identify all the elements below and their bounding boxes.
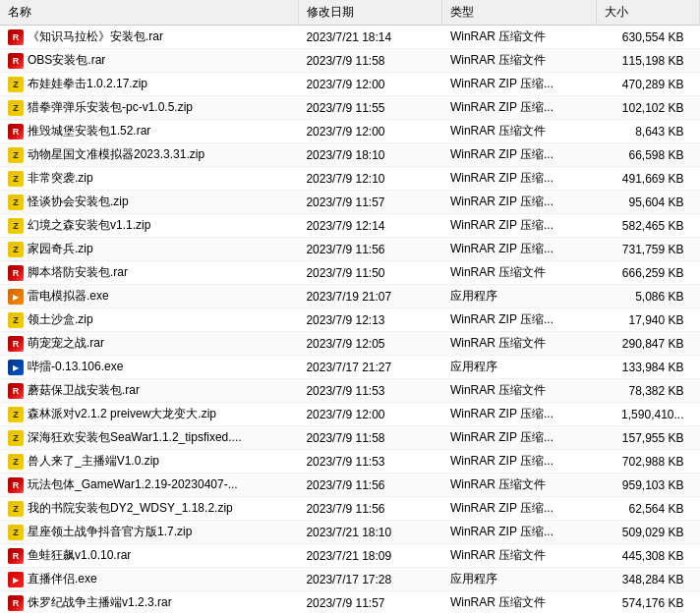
table-row[interactable]: 蘑菇保卫战安装包.rar2023/7/9 11:53WinRAR 压缩文件78,… — [0, 379, 700, 403]
table-row[interactable]: 森林派对v2.1.2 preivew大龙变大.zip2023/7/9 12:00… — [0, 403, 700, 426]
file-type-cell: WinRAR 压缩文件 — [442, 544, 597, 568]
file-name-text: 怪谈协会安装包.zip — [28, 194, 129, 210]
file-name-text: 雷电模拟器.exe — [28, 288, 109, 305]
file-name-text: 萌宠宠之战.rar — [28, 335, 104, 352]
file-type-cell: WinRAR 压缩文件 — [442, 474, 597, 497]
file-type-cell: WinRAR 压缩文件 — [442, 591, 597, 615]
file-name-text: 玩法包体_GameWar1.2.19-20230407-... — [28, 476, 238, 493]
table-row[interactable]: 哔擂-0.13.106.exe2023/7/17 21:27应用程序133,98… — [0, 356, 700, 379]
file-name-text: 领土沙盒.zip — [28, 311, 93, 328]
table-row[interactable]: OBS安装包.rar2023/7/9 11:58WinRAR 压缩文件115,1… — [0, 49, 700, 73]
header-type[interactable]: 类型 — [442, 0, 597, 26]
file-name-cell: 领土沙盒.zip — [0, 308, 298, 332]
file-type-cell: WinRAR ZIP 压缩... — [442, 450, 597, 474]
table-row[interactable]: 萌宠宠之战.rar2023/7/9 12:05WinRAR 压缩文件290,84… — [0, 332, 700, 356]
file-type-cell: WinRAR 压缩文件 — [442, 49, 597, 73]
file-type-cell: WinRAR ZIP 压缩... — [442, 191, 597, 214]
file-name-text: OBS安装包.rar — [28, 52, 105, 69]
table-row[interactable]: 鱼蛙狂飙v1.0.10.rar2023/7/21 18:09WinRAR 压缩文… — [0, 544, 700, 568]
file-icon — [8, 360, 24, 375]
file-size-cell: 959,103 KB — [597, 474, 700, 497]
file-icon — [8, 195, 24, 210]
file-type-cell: WinRAR ZIP 压缩... — [442, 308, 597, 332]
table-row[interactable]: 怪谈协会安装包.zip2023/7/9 11:57WinRAR ZIP 压缩..… — [0, 191, 700, 214]
file-name-text: 脚本塔防安装包.rar — [28, 264, 128, 281]
file-type-cell: WinRAR ZIP 压缩... — [442, 73, 597, 96]
table-row[interactable]: 雷电模拟器.exe2023/7/19 21:07应用程序5,086 KB — [0, 285, 700, 308]
table-row[interactable]: 非常突袭.zip2023/7/9 12:10WinRAR ZIP 压缩...49… — [0, 167, 700, 191]
file-name-cell: 家园奇兵.zip — [0, 238, 298, 261]
header-name[interactable]: 名称 — [0, 0, 298, 26]
file-icon — [8, 100, 24, 116]
file-type-cell: WinRAR ZIP 压缩... — [442, 403, 597, 426]
table-row[interactable]: 布娃娃拳击1.0.2.17.zip2023/7/9 12:00WinRAR ZI… — [0, 73, 700, 96]
table-row[interactable]: 脚本塔防安装包.rar2023/7/9 11:50WinRAR 压缩文件666,… — [0, 261, 700, 285]
file-name-text: 侏罗纪战争主播端v1.2.3.rar — [28, 594, 172, 611]
file-name-cell: 脚本塔防安装包.rar — [0, 261, 298, 285]
file-icon — [8, 29, 24, 45]
file-type-cell: WinRAR ZIP 压缩... — [442, 426, 597, 450]
file-type-cell: WinRAR 压缩文件 — [442, 332, 597, 356]
file-type-cell: WinRAR ZIP 压缩... — [442, 96, 597, 120]
file-name-cell: 星座领土战争抖音官方版1.7.zip — [0, 521, 298, 544]
file-date-cell: 2023/7/19 21:07 — [298, 285, 441, 308]
file-name-text: 布娃娃拳击1.0.2.17.zip — [28, 76, 147, 92]
table-row[interactable]: 直播伴侣.exe2023/7/17 17:28应用程序348,284 KB — [0, 568, 700, 591]
file-date-cell: 2023/7/17 17:28 — [298, 568, 441, 591]
file-date-cell: 2023/7/9 11:58 — [298, 49, 441, 73]
file-name-cell: 兽人来了_主播端V1.0.zip — [0, 450, 298, 474]
table-row[interactable]: 幻境之森安装包v1.1.zip2023/7/9 12:14WinRAR ZIP … — [0, 214, 700, 238]
file-name-cell: 幻境之森安装包v1.1.zip — [0, 214, 298, 238]
table-row[interactable]: 推毁城堡安装包1.52.rar2023/7/9 12:00WinRAR 压缩文件… — [0, 120, 700, 143]
table-row[interactable]: 星座领土战争抖音官方版1.7.zip2023/7/21 18:10WinRAR … — [0, 521, 700, 544]
file-name-cell: 萌宠宠之战.rar — [0, 332, 298, 356]
table-row[interactable]: 玩法包体_GameWar1.2.19-20230407-...2023/7/9 … — [0, 474, 700, 497]
file-type-cell: 应用程序 — [442, 285, 597, 308]
table-row[interactable]: 侏罗纪战争主播端v1.2.3.rar2023/7/9 11:57WinRAR 压… — [0, 591, 700, 615]
file-size-cell: 1,590,410... — [597, 403, 700, 426]
file-size-cell: 491,669 KB — [597, 167, 700, 191]
file-icon — [8, 477, 24, 493]
file-icon — [8, 242, 24, 257]
file-size-cell: 731,759 KB — [597, 238, 700, 261]
header-date[interactable]: 修改日期 — [298, 0, 441, 26]
table-row[interactable]: 家园奇兵.zip2023/7/9 11:56WinRAR ZIP 压缩...73… — [0, 238, 700, 261]
file-date-cell: 2023/7/21 18:09 — [298, 544, 441, 568]
file-size-cell: 445,308 KB — [597, 544, 700, 568]
file-date-cell: 2023/7/9 12:05 — [298, 332, 441, 356]
file-date-cell: 2023/7/9 11:55 — [298, 96, 441, 120]
table-row[interactable]: 我的书院安装包DY2_WDSY_1.18.2.zip2023/7/9 11:56… — [0, 497, 700, 521]
file-name-cell: OBS安装包.rar — [0, 49, 298, 73]
file-name-cell: 怪谈协会安装包.zip — [0, 191, 298, 214]
file-size-cell: 348,284 KB — [597, 568, 700, 591]
file-name-cell: 我的书院安装包DY2_WDSY_1.18.2.zip — [0, 497, 298, 521]
table-row[interactable]: 《知识马拉松》安装包.rar2023/7/21 18:14WinRAR 压缩文件… — [0, 26, 700, 49]
file-name-cell: 深海狂欢安装包SeaWar1.1.2_tipsfixed.... — [0, 426, 298, 450]
table-row[interactable]: 深海狂欢安装包SeaWar1.1.2_tipsfixed....2023/7/9… — [0, 426, 700, 450]
table-row[interactable]: 领土沙盒.zip2023/7/9 12:13WinRAR ZIP 压缩...17… — [0, 308, 700, 332]
file-name-cell: 推毁城堡安装包1.52.rar — [0, 120, 298, 143]
file-name-cell: 侏罗纪战争主播端v1.2.3.rar — [0, 591, 298, 615]
table-row[interactable]: 兽人来了_主播端V1.0.zip2023/7/9 11:53WinRAR ZIP… — [0, 450, 700, 474]
file-icon — [8, 312, 24, 328]
file-icon — [8, 289, 24, 305]
table-row[interactable]: 动物星国文准模拟器2023.3.31.zip2023/7/9 18:10WinR… — [0, 143, 700, 167]
file-name-cell: 哔擂-0.13.106.exe — [0, 356, 298, 379]
file-name-cell: 布娃娃拳击1.0.2.17.zip — [0, 73, 298, 96]
file-date-cell: 2023/7/9 11:56 — [298, 474, 441, 497]
file-date-cell: 2023/7/9 11:53 — [298, 450, 441, 474]
file-date-cell: 2023/7/9 11:57 — [298, 191, 441, 214]
file-icon — [8, 501, 24, 517]
file-name-cell: 猎拳弹弹乐安装包-pc-v1.0.5.zip — [0, 96, 298, 120]
table-row[interactable]: 猎拳弹弹乐安装包-pc-v1.0.5.zip2023/7/9 11:55WinR… — [0, 96, 700, 120]
file-icon — [8, 572, 24, 587]
file-date-cell: 2023/7/9 11:56 — [298, 497, 441, 521]
file-icon — [8, 595, 24, 611]
file-icon — [8, 265, 24, 281]
file-type-cell: WinRAR ZIP 压缩... — [442, 143, 597, 167]
header-size[interactable]: 大小 — [597, 0, 700, 26]
file-name-cell: 蘑菇保卫战安装包.rar — [0, 379, 298, 403]
file-size-cell: 78,382 KB — [597, 379, 700, 403]
file-size-cell: 66,598 KB — [597, 143, 700, 167]
file-icon — [8, 77, 24, 92]
